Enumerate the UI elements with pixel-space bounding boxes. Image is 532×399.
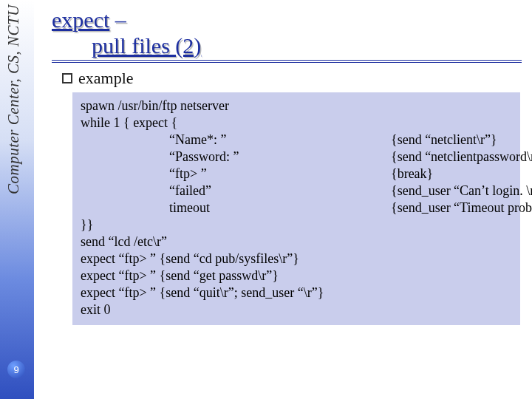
title-dash: – xyxy=(109,7,126,32)
code-box: spawn /usr/bin/ftp netserver while 1 { e… xyxy=(72,92,520,325)
code-right: {send_user “Timeout problem. \r”; exit 2… xyxy=(391,200,532,216)
sidebar: Computer Center, CS, NCTU xyxy=(0,0,34,399)
slide-title: expect – pull files (2) xyxy=(52,7,522,58)
code-row: “Password: ” {send “netclientpassword\r”… xyxy=(81,149,512,166)
code-left: “ftp> ” xyxy=(81,166,391,183)
code-line: send “lcd /etc\r” xyxy=(81,233,512,250)
bullet-label: example xyxy=(78,69,134,88)
bullet-item: example xyxy=(62,69,522,88)
code-right: {send “netclient\r”} xyxy=(391,132,497,149)
bullet-square-icon xyxy=(62,73,72,83)
code-row: “ftp> ” {break} xyxy=(81,166,512,183)
code-right: {break} xyxy=(391,166,433,183)
code-row: “failed” {send_user “Can’t login. \r”; e… xyxy=(81,183,512,200)
code-right: {send “netclientpassword\r”} xyxy=(391,149,532,166)
page-number: 9 xyxy=(7,361,25,378)
content-area: expect – pull files (2) example spawn /u… xyxy=(52,7,522,392)
code-left: “Password: ” xyxy=(81,149,391,166)
code-line: }} xyxy=(81,216,512,233)
code-left: “Name*: ” xyxy=(81,132,391,149)
code-row: timeout {send_user “Timeout problem. \r”… xyxy=(81,200,512,216)
title-rule xyxy=(52,60,522,63)
title-line-1: expect – xyxy=(52,7,522,33)
code-right: {send_user “Can’t login. \r”; exit 1} xyxy=(391,183,532,200)
title-line-2: pull files (2) xyxy=(92,33,522,59)
code-line: exit 0 xyxy=(81,301,512,318)
code-left: “failed” xyxy=(81,183,391,200)
code-left: timeout xyxy=(81,200,391,216)
code-line: expect “ftp> ” {send “get passwd\r”} xyxy=(81,267,512,284)
code-line: spawn /usr/bin/ftp netserver xyxy=(81,98,512,115)
title-word-expect: expect xyxy=(52,7,109,32)
sidebar-label: Computer Center, CS, NCTU xyxy=(4,4,22,270)
code-line: expect “ftp> ” {send “quit\r”; send_user… xyxy=(81,284,512,301)
code-row: “Name*: ” {send “netclient\r”} xyxy=(81,132,512,149)
slide: Computer Center, CS, NCTU 9 expect – pul… xyxy=(0,0,532,399)
code-line: expect “ftp> ” {send “cd pub/sysfiles\r”… xyxy=(81,250,512,267)
title-subtitle: pull files (2) xyxy=(92,33,201,58)
code-line: while 1 { expect { xyxy=(81,115,512,132)
